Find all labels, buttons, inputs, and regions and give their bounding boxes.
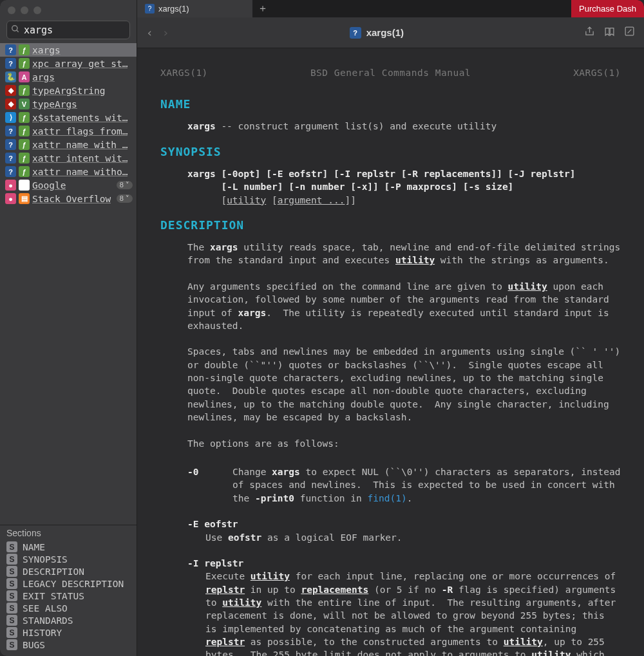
result-label: xattr_intent_wit… bbox=[32, 153, 128, 164]
desc-p3: Spaces, tabs and newlines may be embedde… bbox=[160, 345, 621, 424]
synopsis-block: xargs [-0opt] [-E eofstr] [-I replstr [-… bbox=[160, 167, 621, 207]
share-icon[interactable] bbox=[584, 26, 595, 39]
section-badge-icon: S bbox=[6, 554, 17, 565]
toolbar: ‹ › ? xargs(1) bbox=[137, 17, 644, 48]
f-icon: ƒ bbox=[19, 153, 30, 164]
sections-header: Sections bbox=[0, 525, 137, 541]
new-tab-button[interactable]: ＋ bbox=[253, 0, 272, 17]
section-label: BUGS bbox=[23, 640, 45, 650]
edit-icon[interactable] bbox=[624, 26, 635, 39]
section-label: SYNOPSIS bbox=[23, 554, 68, 565]
section-description-heading: DESCRIPTION bbox=[160, 217, 621, 233]
search-field[interactable]: ✕ bbox=[6, 21, 130, 39]
q-icon: ? bbox=[5, 44, 16, 55]
f-icon: ƒ bbox=[19, 58, 30, 69]
google-icon: G bbox=[19, 180, 30, 191]
tab-xargs[interactable]: ? xargs(1) bbox=[137, 0, 253, 17]
f-icon: ƒ bbox=[19, 112, 30, 123]
man-header-right: XARGS(1) bbox=[573, 66, 621, 79]
result-item[interactable]: ?ƒxattr_name_with_… bbox=[0, 138, 137, 151]
section-badge-icon: S bbox=[6, 578, 17, 589]
result-item[interactable]: ◆ƒtypeArgString bbox=[0, 84, 137, 97]
section-label: LEGACY DESCRIPTION bbox=[23, 579, 124, 589]
section-label: STANDARDS bbox=[23, 615, 73, 626]
section-badge-icon: S bbox=[6, 566, 17, 577]
result-label: Google bbox=[32, 180, 66, 191]
close-window-button[interactable] bbox=[8, 6, 15, 14]
result-item[interactable]: ?ƒxattr_intent_wit… bbox=[0, 151, 137, 165]
section-badge-icon: S bbox=[6, 541, 17, 552]
section-badge-icon: S bbox=[6, 590, 17, 601]
result-label: typeArgs bbox=[32, 99, 77, 109]
result-label: xattr_name_witho… bbox=[32, 167, 128, 177]
result-label: x$statements_wit… bbox=[32, 113, 128, 123]
result-label: typeArgString bbox=[32, 86, 106, 96]
page-title-wrap: ? xargs(1) bbox=[178, 27, 575, 39]
section-item[interactable]: SLEGACY DESCRIPTION bbox=[0, 577, 137, 590]
search-input[interactable] bbox=[24, 24, 147, 36]
section-item[interactable]: SSYNOPSIS bbox=[0, 553, 137, 565]
result-item[interactable]: ●▤Stack Overflow8 ˅ bbox=[0, 192, 137, 205]
section-item[interactable]: SDESCRIPTION bbox=[0, 565, 137, 577]
section-badge-icon: S bbox=[6, 615, 17, 626]
blue-icon: ⟩ bbox=[5, 112, 16, 123]
result-item[interactable]: ?ƒxattr_name_witho… bbox=[0, 165, 137, 178]
q-icon: ? bbox=[5, 139, 16, 150]
section-item[interactable]: SSTANDARDS bbox=[0, 614, 137, 626]
svg-line-1 bbox=[17, 30, 19, 32]
result-item[interactable]: 🐍Aargs bbox=[0, 70, 137, 84]
option-I-flag: -I replstr bbox=[160, 557, 621, 570]
bookmark-icon[interactable] bbox=[604, 26, 615, 39]
section-label: HISTORY bbox=[23, 628, 62, 638]
back-button[interactable]: ‹ bbox=[146, 26, 153, 39]
f-icon: ƒ bbox=[19, 139, 30, 150]
ruby-icon: ◆ bbox=[5, 98, 16, 109]
section-item[interactable]: SHISTORY bbox=[0, 626, 137, 639]
f-icon: ƒ bbox=[19, 85, 30, 96]
option-desc: Change xargs to expect NUL (``\0'') char… bbox=[232, 465, 621, 505]
result-badge: 8 ˅ bbox=[117, 194, 133, 203]
result-item[interactable]: ?ƒxattr_flags_from… bbox=[0, 124, 137, 138]
section-item[interactable]: SEXIT STATUS bbox=[0, 590, 137, 602]
man-header-center: BSD General Commands Manual bbox=[310, 66, 471, 79]
section-badge-icon: S bbox=[6, 603, 17, 614]
option-flag: -0 bbox=[187, 465, 232, 505]
sections-list: SNAMESSYNOPSISSDESCRIPTIONSLEGACY DESCRI… bbox=[0, 541, 137, 656]
result-item[interactable]: ⟩ƒx$statements_wit… bbox=[0, 111, 137, 124]
result-label: xargs bbox=[32, 45, 61, 55]
section-item[interactable]: SSEE ALSO bbox=[0, 602, 137, 614]
tab-bar: ? xargs(1) ＋ Purchase Dash bbox=[137, 0, 644, 17]
option-I-desc: Execute utility for each input line, rep… bbox=[160, 570, 621, 656]
f-icon: ƒ bbox=[19, 44, 30, 55]
result-item[interactable]: ◆VtypeArgs bbox=[0, 97, 137, 111]
section-label: NAME bbox=[23, 542, 45, 552]
forward-button[interactable]: › bbox=[162, 26, 169, 39]
section-item[interactable]: SBUGS bbox=[0, 639, 137, 651]
content-area[interactable]: XARGS(1) BSD General Commands Manual XAR… bbox=[137, 48, 644, 656]
desc-p4: The options are as follows: bbox=[160, 437, 621, 450]
find-link[interactable]: find(1) bbox=[368, 493, 407, 503]
result-badge: 8 ˅ bbox=[117, 181, 133, 189]
so-icon: ▤ bbox=[19, 193, 30, 204]
result-label: xattr_name_with_… bbox=[32, 140, 128, 150]
result-item[interactable]: ●GGoogle8 ˅ bbox=[0, 178, 137, 192]
name-line: xargs -- construct argument list(s) and … bbox=[160, 120, 621, 133]
minimize-window-button[interactable] bbox=[21, 6, 28, 14]
v-icon: V bbox=[19, 98, 30, 109]
section-name-heading: NAME bbox=[160, 96, 621, 112]
manpage-icon: ? bbox=[350, 27, 361, 39]
search-results: ?ƒxargs?ƒxpc_array_get_st…🐍Aargs◆ƒtypeAr… bbox=[0, 43, 137, 205]
result-item[interactable]: ?ƒxpc_array_get_st… bbox=[0, 57, 137, 70]
f-icon: ƒ bbox=[19, 166, 30, 177]
pink-icon: ● bbox=[5, 180, 16, 191]
manpage-icon: ? bbox=[145, 4, 155, 14]
man-header-left: XARGS(1) bbox=[160, 66, 208, 79]
section-item[interactable]: SNAME bbox=[0, 541, 137, 553]
zoom-window-button[interactable] bbox=[33, 6, 41, 14]
section-label: SEE ALSO bbox=[23, 603, 68, 614]
purchase-button[interactable]: Purchase Dash bbox=[571, 0, 644, 17]
section-badge-icon: S bbox=[6, 639, 17, 650]
section-label: EXIT STATUS bbox=[23, 591, 84, 601]
option-E-flag: -E eofstr bbox=[160, 518, 621, 530]
result-item[interactable]: ?ƒxargs bbox=[0, 43, 137, 57]
